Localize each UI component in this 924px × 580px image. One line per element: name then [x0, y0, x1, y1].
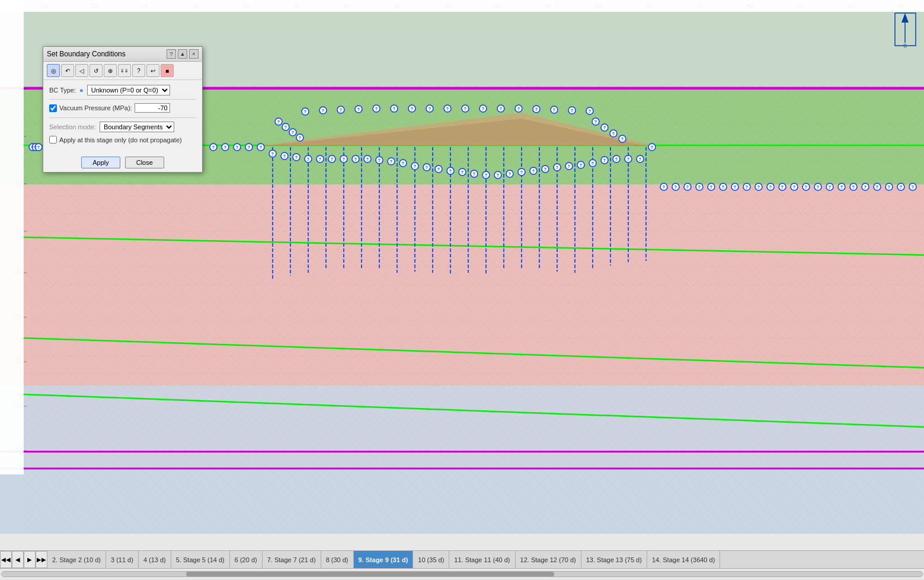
- svg-text:S: S: [903, 43, 907, 49]
- purple-bottom-line: [0, 451, 924, 452]
- svg-text:95: 95: [897, 3, 904, 9]
- stage-tab-4[interactable]: 6 (20 d): [230, 551, 263, 568]
- stage-tab-2[interactable]: 4 (13 d): [139, 551, 171, 568]
- svg-text:20: 20: [142, 3, 149, 9]
- stage-tab-12[interactable]: 14. Stage 14 (3640 d): [647, 551, 720, 568]
- close-button[interactable]: ×: [189, 49, 199, 59]
- svg-text:70: 70: [645, 3, 653, 9]
- selection-mode-row: Selection mode: Boundary SegmentsNodesEl…: [49, 122, 196, 132]
- apply-stage-label: Apply at this stage only (do not propaga…: [59, 136, 182, 144]
- stage-tab-11[interactable]: 13. Stage 13 (75 d): [581, 551, 647, 568]
- stage-tab-6[interactable]: 8 (30 d): [321, 551, 354, 568]
- svg-text:50: 50: [444, 3, 451, 9]
- stage-tab-3[interactable]: 5. Stage 5 (14 d): [171, 551, 230, 568]
- dialog-body: BC Type: ● Unknown (P=0 or Q=0)Pressure …: [43, 80, 202, 153]
- bc-type-row: BC Type: ● Unknown (P=0 or Q=0)Pressure …: [49, 85, 196, 95]
- stage-tab-5[interactable]: 7. Stage 7 (21 d): [263, 551, 321, 568]
- svg-text:30: 30: [242, 3, 250, 9]
- dialog-toolbar: ◎ ↶ ◁ ↺ ⊕ ⇓⇓ ? ↩ ■: [43, 62, 202, 80]
- svg-text:45: 45: [394, 3, 401, 9]
- toolbar-btn-4[interactable]: ↺: [89, 64, 103, 77]
- nav-next-button[interactable]: ▶: [24, 551, 36, 568]
- nav-first-button[interactable]: ◀◀: [0, 551, 12, 568]
- svg-text:25: 25: [192, 3, 199, 9]
- separator-2: [49, 117, 196, 118]
- bottom-scrollbar: [0, 569, 924, 579]
- svg-text:75: 75: [696, 3, 703, 9]
- svg-text:15: 15: [91, 3, 98, 9]
- dialog-footer: Apply Close: [43, 153, 202, 172]
- svg-text:35: 35: [293, 3, 300, 9]
- stage-tab-1[interactable]: 3 (11 d): [106, 551, 139, 568]
- apply-stage-checkbox[interactable]: [49, 136, 57, 144]
- apply-button[interactable]: Apply: [81, 157, 120, 168]
- stage-tab-8[interactable]: 10 (35 d): [413, 551, 449, 568]
- nav-prev-button[interactable]: ◀: [12, 551, 24, 568]
- svg-text:90: 90: [847, 3, 854, 9]
- svg-text:80: 80: [746, 3, 753, 9]
- vacuum-pressure-row: Vacuum Pressure (MPa):: [49, 103, 196, 113]
- set-boundary-conditions-dialog: Set Boundary Conditions ? ▲ × ◎ ↶ ◁ ↺ ⊕ …: [43, 46, 203, 173]
- stage-tabs: ◀◀ ◀ ▶ ▶▶ 2. Stage 2 (10 d)3 (11 d)4 (13…: [0, 551, 924, 569]
- nav-last-button[interactable]: ▶▶: [36, 551, 47, 568]
- svg-text:10: 10: [41, 3, 48, 9]
- toolbar-btn-6[interactable]: ⇓⇓: [118, 64, 131, 77]
- dialog-title: Set Boundary Conditions: [47, 50, 126, 58]
- selection-mode-label: Selection mode:: [49, 123, 96, 130]
- minimize-button[interactable]: ▲: [178, 49, 187, 59]
- toolbar-btn-8[interactable]: ↩: [146, 64, 159, 77]
- dialog-controls: ? ▲ ×: [167, 49, 199, 59]
- svg-text:55: 55: [494, 3, 501, 9]
- separator-1: [49, 99, 196, 100]
- svg-rect-249: [895, 13, 916, 46]
- stage-tab-7[interactable]: 9. Stage 9 (31 d): [354, 551, 414, 568]
- svg-text:85: 85: [797, 3, 804, 9]
- close-dialog-button[interactable]: Close: [125, 157, 164, 168]
- vacuum-pressure-checkbox[interactable]: [49, 104, 57, 112]
- help-button[interactable]: ?: [167, 49, 176, 59]
- bottom-bar: ◀◀ ◀ ▶ ▶▶ 2. Stage 2 (10 d)3 (11 d)4 (13…: [0, 550, 924, 580]
- toolbar-btn-3[interactable]: ◁: [75, 64, 88, 77]
- svg-rect-248: [0, 0, 924, 12]
- toolbar-btn-2[interactable]: ↶: [61, 64, 74, 77]
- vacuum-pressure-label: Vacuum Pressure (MPa):: [59, 104, 132, 111]
- bc-type-icon: ●: [79, 87, 84, 94]
- svg-text:60: 60: [545, 3, 552, 9]
- stage-tab-0[interactable]: 2. Stage 2 (10 d): [47, 551, 106, 568]
- svg-text:65: 65: [595, 3, 602, 9]
- bc-type-select[interactable]: Unknown (P=0 or Q=0)Pressure HeadTotal H…: [87, 85, 170, 95]
- toolbar-btn-5[interactable]: ⊕: [104, 64, 117, 77]
- vacuum-pressure-input[interactable]: [135, 103, 170, 113]
- scrollbar-track[interactable]: [1, 571, 923, 577]
- lightblue-layer: [0, 385, 924, 534]
- selection-mode-select[interactable]: Boundary SegmentsNodesElements: [100, 122, 174, 132]
- dialog-titlebar[interactable]: Set Boundary Conditions ? ▲ ×: [43, 47, 202, 62]
- svg-marker-251: [901, 13, 909, 23]
- scrollbar-thumb[interactable]: [186, 572, 554, 576]
- toolbar-btn-stop[interactable]: ■: [161, 64, 174, 77]
- stage-tab-9[interactable]: 11. Stage 11 (40 d): [449, 551, 515, 568]
- svg-text:40: 40: [343, 3, 350, 9]
- toolbar-btn-7[interactable]: ?: [132, 64, 145, 77]
- apply-stage-row: Apply at this stage only (do not propaga…: [49, 136, 196, 144]
- toolbar-btn-1[interactable]: ◎: [47, 64, 60, 77]
- stage-tab-10[interactable]: 12. Stage 12 (70 d): [516, 551, 581, 568]
- bc-type-label: BC Type:: [49, 87, 76, 94]
